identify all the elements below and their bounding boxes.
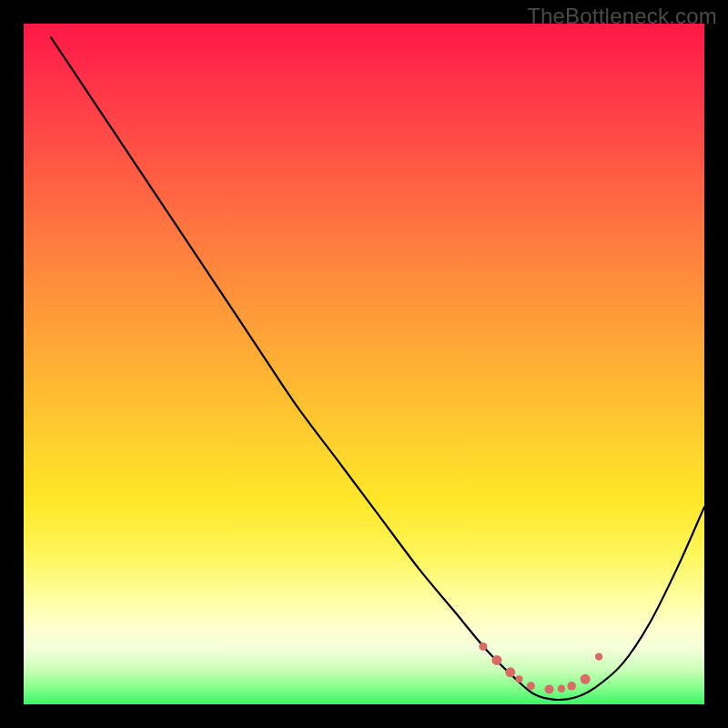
marker-dot — [558, 685, 565, 693]
bottleneck-curve-path — [51, 37, 704, 700]
bottleneck-curve-svg — [24, 24, 704, 704]
marker-dot — [581, 674, 591, 684]
marker-dot — [567, 682, 576, 691]
marker-group — [479, 642, 602, 694]
marker-dot — [595, 652, 602, 660]
marker-dot — [479, 642, 487, 651]
marker-dot — [527, 682, 535, 690]
marker-dot — [491, 655, 501, 665]
marker-dot — [505, 667, 515, 677]
marker-dot — [516, 675, 523, 682]
watermark-text: TheBottleneck.com — [527, 4, 717, 29]
chart-frame — [24, 24, 704, 704]
marker-dot — [545, 685, 554, 694]
